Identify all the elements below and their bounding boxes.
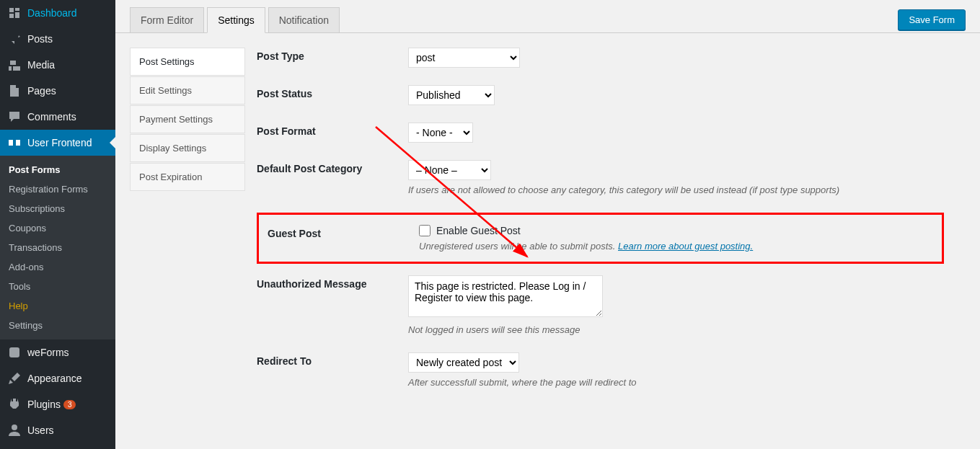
- menu-label: Dashboard: [27, 7, 77, 19]
- row-unauthorized: Unauthorized Message Not logged in users…: [257, 275, 944, 335]
- sidebar-item-users[interactable]: Users: [0, 417, 115, 443]
- desc-redirect: After successfull submit, where the page…: [408, 377, 944, 388]
- sidebar-item-appearance[interactable]: Appearance: [0, 365, 115, 391]
- media-icon: [7, 58, 22, 72]
- menu-label: Comments: [27, 111, 76, 123]
- row-post-type: Post Type post: [257, 48, 944, 68]
- select-redirect-to[interactable]: Newly created post: [408, 352, 519, 373]
- page-icon: [7, 84, 22, 98]
- submenu-item-registration-forms[interactable]: Registration Forms: [0, 179, 115, 199]
- select-post-type[interactable]: post: [408, 48, 520, 68]
- settings-nav-payment-settings[interactable]: Payment Settings: [130, 105, 245, 133]
- checkbox-label-guest-post: Enable Guest Post: [436, 225, 521, 236]
- menu-label: Users: [27, 424, 54, 436]
- settings-nav-post-expiration[interactable]: Post Expiration: [130, 163, 245, 191]
- menu-label: Plugins: [27, 399, 61, 410]
- content-wrap: Post Settings Edit Settings Payment Sett…: [115, 33, 980, 449]
- sidebar-item-dashboard[interactable]: Dashboard: [0, 0, 115, 26]
- sidebar-item-user-frontend[interactable]: User Frontend: [0, 130, 115, 156]
- row-post-format: Post Format - None -: [257, 123, 944, 143]
- label-post-format: Post Format: [257, 123, 408, 137]
- admin-sidebar: Dashboard Posts Media Pages Comments Use…: [0, 0, 115, 449]
- tab-bar: Form Editor Settings Notification Save F…: [115, 0, 980, 33]
- label-default-category: Default Post Category: [257, 160, 408, 174]
- settings-nav-display-settings[interactable]: Display Settings: [130, 134, 245, 162]
- sidebar-item-comments[interactable]: Comments: [0, 104, 115, 130]
- brush-icon: [7, 371, 22, 386]
- sidebar-item-posts[interactable]: Posts: [0, 26, 115, 52]
- sidebar-item-plugins[interactable]: Plugins 3: [0, 391, 115, 417]
- link-learn-guest-posting[interactable]: Learn more about guest posting.: [618, 241, 753, 252]
- submenu-item-post-forms[interactable]: Post Forms: [0, 160, 115, 179]
- weforms-icon: [7, 345, 22, 360]
- pin-icon: [7, 32, 22, 46]
- plugin-icon: [7, 397, 22, 412]
- menu-label: Posts: [27, 33, 53, 45]
- user-icon: [7, 423, 22, 437]
- save-form-button[interactable]: Save Form: [898, 9, 966, 30]
- sidebar-item-media[interactable]: Media: [0, 52, 115, 78]
- settings-subnav: Post Settings Edit Settings Payment Sett…: [130, 48, 245, 435]
- submenu-item-help[interactable]: Help: [0, 296, 115, 316]
- plugin-count-badge: 3: [63, 400, 76, 409]
- desc-default-category: If users are not allowed to choose any c…: [408, 185, 944, 195]
- row-redirect: Redirect To Newly created post After suc…: [257, 352, 944, 388]
- comment-icon: [7, 110, 22, 124]
- tab-notification[interactable]: Notification: [268, 7, 340, 32]
- main-content: Form Editor Settings Notification Save F…: [115, 0, 980, 449]
- dashboard-icon: [7, 6, 22, 20]
- menu-label: weForms: [27, 347, 69, 358]
- svg-rect-0: [9, 347, 19, 357]
- sidebar-item-weforms[interactable]: weForms: [0, 339, 115, 365]
- settings-body: Post Type post Post Status Published Pos…: [257, 48, 966, 435]
- menu-label: Media: [27, 59, 55, 71]
- sidebar-item-pages[interactable]: Pages: [0, 78, 115, 104]
- guest-post-highlight: Guest Post Enable Guest Post Unregistere…: [257, 213, 944, 264]
- tab-settings[interactable]: Settings: [207, 7, 265, 33]
- select-post-status[interactable]: Published: [408, 85, 495, 105]
- row-guest-post: Guest Post Enable Guest Post Unregistere…: [268, 225, 933, 252]
- submenu-item-coupons[interactable]: Coupons: [0, 218, 115, 238]
- checkbox-enable-guest-post[interactable]: [419, 225, 431, 236]
- settings-nav-edit-settings[interactable]: Edit Settings: [130, 76, 245, 105]
- label-post-status: Post Status: [257, 85, 408, 99]
- desc-unauthorized: Not logged in users will see this messag…: [408, 324, 944, 335]
- sidebar-submenu: Post Forms Registration Forms Subscripti…: [0, 156, 115, 339]
- select-default-category[interactable]: – None –: [408, 160, 491, 180]
- select-post-format[interactable]: - None -: [408, 123, 473, 143]
- menu-label: User Frontend: [27, 137, 92, 148]
- textarea-unauthorized-message[interactable]: [408, 275, 603, 317]
- svg-point-1: [12, 424, 17, 430]
- tab-form-editor[interactable]: Form Editor: [130, 7, 204, 32]
- label-redirect: Redirect To: [257, 352, 408, 367]
- menu-label: Appearance: [27, 373, 82, 384]
- row-post-status: Post Status Published: [257, 85, 944, 105]
- row-default-category: Default Post Category – None – If users …: [257, 160, 944, 195]
- submenu-item-addons[interactable]: Add-ons: [0, 257, 115, 277]
- menu-label: Pages: [27, 85, 56, 97]
- label-guest-post: Guest Post: [268, 225, 419, 239]
- label-unauthorized: Unauthorized Message: [257, 275, 408, 290]
- settings-nav-post-settings[interactable]: Post Settings: [130, 48, 245, 76]
- desc-guest-post: Unregistered users will be able to submi…: [419, 241, 933, 252]
- submenu-item-settings[interactable]: Settings: [0, 316, 115, 335]
- label-post-type: Post Type: [257, 48, 408, 62]
- submenu-item-subscriptions[interactable]: Subscriptions: [0, 199, 115, 218]
- submenu-item-tools[interactable]: Tools: [0, 277, 115, 296]
- submenu-item-transactions[interactable]: Transactions: [0, 238, 115, 257]
- userfrontend-icon: [7, 135, 22, 150]
